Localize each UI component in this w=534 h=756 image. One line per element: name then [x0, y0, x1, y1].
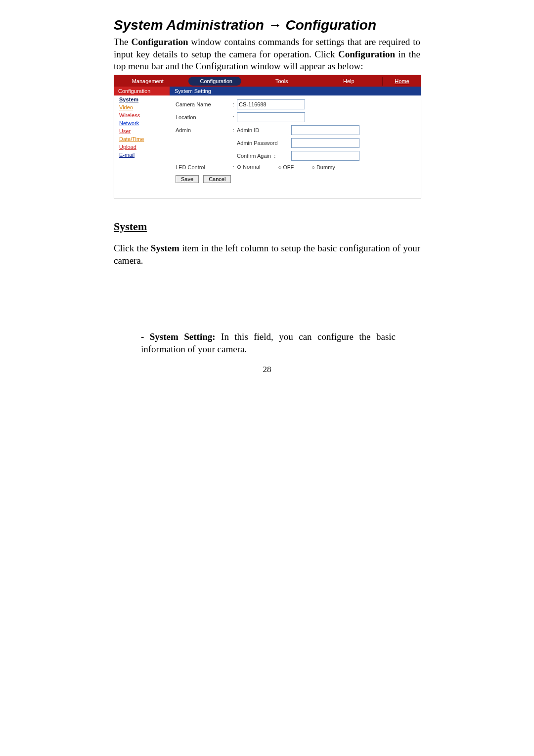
sidebar-item-upload[interactable]: Upload [119, 144, 136, 150]
tab-configuration[interactable]: Configuration [181, 75, 249, 87]
camera-name-label: Camera Name [176, 101, 230, 107]
admin-label: Admin [176, 127, 230, 133]
led-option-dummy[interactable]: ○ Dummy [312, 164, 344, 170]
save-button[interactable]: Save [176, 175, 199, 183]
embedded-screenshot: Management Configuration Tools Help Home… [114, 75, 421, 198]
led-option-normal[interactable]: ⊙ Normal [237, 164, 269, 170]
admin-password-label: Admin Password [237, 140, 291, 146]
tab-management[interactable]: Management [114, 77, 181, 86]
panel-title: System Setting [170, 87, 421, 95]
sidebar-item-system[interactable]: System [119, 96, 138, 102]
led-control-label: LED Control [176, 164, 230, 170]
bullet-system-setting: - System Setting: In this field, you can… [141, 331, 396, 355]
sidebar-item-wireless[interactable]: Wireless [119, 112, 140, 118]
sidebar: Configuration System Video Wireless Netw… [114, 87, 170, 198]
tab-help[interactable]: Help [315, 77, 383, 86]
location-label: Location [176, 114, 230, 120]
confirm-again-input[interactable] [291, 151, 359, 161]
tab-configuration-label: Configuration [188, 77, 241, 86]
tab-tools[interactable]: Tools [248, 77, 315, 86]
sidebar-item-user[interactable]: User [119, 128, 131, 134]
sidebar-item-video[interactable]: Video [119, 104, 133, 110]
cancel-button[interactable]: Cancel [203, 175, 231, 183]
sidebar-item-network[interactable]: Network [119, 120, 139, 126]
admin-password-input[interactable] [291, 138, 359, 148]
sidebar-item-email[interactable]: E-mail [119, 152, 134, 158]
intro-paragraph: The Configuration window contains comman… [114, 36, 420, 73]
led-option-off[interactable]: ○ OFF [278, 164, 303, 170]
title-right: Configuration [285, 17, 376, 33]
sidebar-item-datetime[interactable]: Date/Time [119, 136, 144, 142]
top-menu-bar: Management Configuration Tools Help Home [114, 75, 421, 87]
admin-id-input[interactable] [291, 125, 359, 135]
title-left: System Administration [114, 17, 264, 33]
admin-id-label: Admin ID [237, 127, 291, 133]
sidebar-head: Configuration [114, 87, 170, 95]
main-panel: System Setting Camera Name : Location : … [170, 87, 421, 198]
location-input[interactable] [237, 112, 305, 122]
confirm-again-label: Confirm Again : [237, 153, 291, 159]
camera-name-input[interactable] [237, 99, 305, 109]
arrow-right-icon: → [268, 17, 282, 33]
section-heading-system: System [114, 220, 420, 233]
section-paragraph: Click the System item in the left column… [114, 242, 420, 267]
home-link[interactable]: Home [382, 77, 421, 86]
page-number: 28 [114, 365, 420, 375]
page-title: System Administration → Configuration [114, 17, 420, 33]
